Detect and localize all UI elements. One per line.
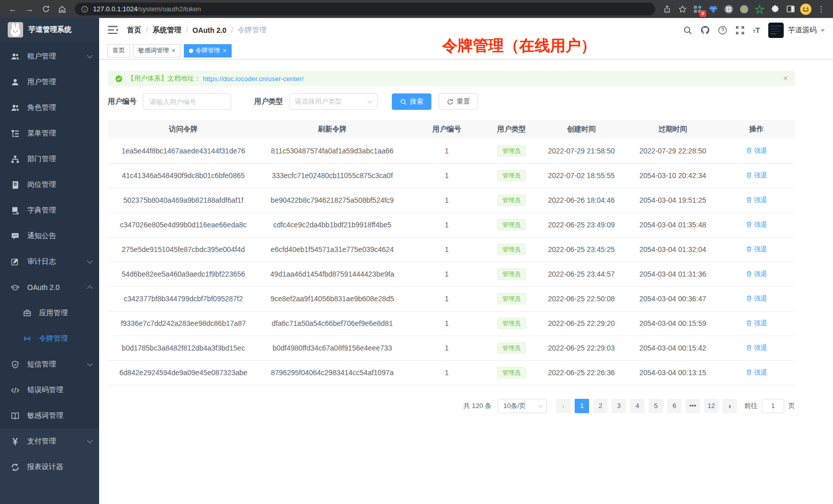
- page-button-2[interactable]: 2: [593, 399, 608, 413]
- sidebar-item-label: 错误码管理: [27, 385, 92, 395]
- reset-button[interactable]: 重置: [439, 93, 478, 110]
- sidebar-item-menu[interactable]: 菜单管理: [0, 121, 99, 146]
- sidebar-item-audit-log[interactable]: 审计日志: [0, 249, 99, 275]
- sidebar-item-dict[interactable]: 字典管理: [0, 198, 99, 223]
- sidebar-item-role[interactable]: 角色管理: [0, 95, 99, 121]
- tab-home[interactable]: 首页: [107, 44, 130, 57]
- site-info-icon[interactable]: [81, 6, 88, 13]
- prev-page-button[interactable]: ‹: [556, 399, 571, 413]
- browser-toolbar: ← → 127.0.0.1:1024 /system/oauth2/token …: [0, 0, 833, 18]
- caret-down-icon: [821, 29, 825, 32]
- next-page-button[interactable]: ›: [723, 399, 737, 413]
- sidebar-item-oauth2-app[interactable]: 应用管理: [0, 300, 99, 326]
- collapse-sidebar-icon[interactable]: [107, 26, 119, 35]
- force-logout-button[interactable]: 强退: [746, 196, 767, 205]
- help-icon[interactable]: [718, 26, 727, 35]
- page-button-6[interactable]: 6: [667, 399, 681, 413]
- address-bar[interactable]: 127.0.0.1:1024 /system/oauth2/token: [75, 3, 655, 15]
- doc-link[interactable]: https://doc.iocoder.cn/user-center/: [203, 75, 304, 83]
- goto-page-input[interactable]: [762, 399, 784, 413]
- user-icon: [11, 78, 20, 87]
- search-button[interactable]: 搜索: [392, 93, 431, 110]
- sidebar-item-user[interactable]: 用户管理: [0, 69, 99, 95]
- sidebar-item-tenant[interactable]: 租户管理: [0, 44, 99, 69]
- extensions-puzzle-button[interactable]: [768, 3, 782, 16]
- browser-home-button[interactable]: [54, 2, 70, 16]
- browser-reload-button[interactable]: [38, 2, 53, 16]
- sidebar-item-oauth2-token[interactable]: 令牌管理: [0, 326, 99, 352]
- sidebar-item-post[interactable]: 岗位管理: [0, 172, 99, 198]
- tab-close-icon[interactable]: ×: [172, 47, 176, 54]
- browser-profile-avatar[interactable]: [799, 3, 812, 16]
- force-logout-button[interactable]: 强退: [746, 343, 767, 353]
- sidebar-item-error-code[interactable]: 错误码管理: [0, 377, 99, 403]
- user-id-input[interactable]: [143, 93, 231, 110]
- tab-sensitive-word[interactable]: 敏感词管理×: [133, 44, 181, 57]
- extension-grid-diamond-icon[interactable]: 9: [691, 3, 705, 16]
- created-at-cell: 2022-06-25 22:29:03: [535, 336, 628, 360]
- force-logout-button[interactable]: 强退: [746, 171, 767, 180]
- sidebar-item-pay[interactable]: 支付管理: [0, 429, 99, 454]
- force-logout-button[interactable]: 强退: [746, 294, 767, 303]
- sidebar-item-sms[interactable]: 短信管理: [0, 352, 99, 377]
- user-type-cell: 管理员: [488, 360, 535, 385]
- sidebar-item-report-designer[interactable]: 报表设计器: [0, 454, 99, 480]
- pay-icon: [11, 437, 20, 446]
- page-button-3[interactable]: 3: [612, 399, 626, 413]
- force-logout-button[interactable]: 强退: [746, 319, 767, 328]
- expires-at-cell: 2054-03-04 01:32:04: [628, 237, 718, 262]
- breadcrumb-item[interactable]: 系统管理: [153, 26, 181, 35]
- user-type-select[interactable]: 请选择用户类型: [289, 93, 377, 110]
- column-header: 用户编号: [406, 120, 488, 139]
- more-pages-button[interactable]: •••: [686, 399, 700, 413]
- force-logout-button[interactable]: 强退: [746, 220, 767, 229]
- github-icon[interactable]: [701, 26, 710, 35]
- table-row: 1ea5e44f8bc1467aaede43144f31de76811c5304…: [108, 139, 795, 163]
- table-row: f9336e7c7dd242a283ee98dc86b17a87dfa6c71a…: [108, 311, 795, 336]
- expires-at-cell: 2054-03-04 01:31:36: [628, 262, 718, 286]
- breadcrumb-item[interactable]: OAuth 2.0: [193, 26, 226, 34]
- extension-green-dot-icon[interactable]: [737, 3, 751, 16]
- breadcrumb-item[interactable]: 首页: [127, 26, 141, 35]
- sidebar-item-oauth2[interactable]: OAuth 2.0: [0, 275, 99, 300]
- page-button-5[interactable]: 5: [649, 399, 663, 413]
- sidebar-item-dept[interactable]: 部门管理: [0, 146, 99, 172]
- force-logout-button[interactable]: 强退: [746, 269, 767, 279]
- page-button-4[interactable]: 4: [630, 399, 645, 413]
- extension-gem-icon[interactable]: [707, 3, 720, 16]
- header-search-icon[interactable]: [683, 26, 692, 35]
- force-logout-button[interactable]: 强退: [746, 368, 767, 377]
- share-button[interactable]: [660, 3, 674, 16]
- fullscreen-icon[interactable]: [735, 26, 745, 35]
- trash-icon: [746, 246, 752, 253]
- force-logout-label: 强退: [754, 343, 767, 353]
- browser-back-button[interactable]: ←: [5, 2, 21, 16]
- user-type-label: 用户类型: [254, 97, 283, 106]
- extension-star-icon[interactable]: [753, 3, 766, 16]
- success-check-icon: [115, 75, 123, 83]
- user-menu[interactable]: 芋道源码: [768, 23, 825, 38]
- font-size-icon[interactable]: тT: [753, 26, 760, 34]
- tab-close-icon[interactable]: ×: [223, 47, 227, 54]
- sidebar-item-sensitive-word[interactable]: 敏感词管理: [0, 403, 99, 429]
- user-type-cell: 管理员: [488, 262, 535, 286]
- sidebar-item-notice[interactable]: 通知公告: [0, 223, 99, 249]
- force-logout-button[interactable]: 强退: [746, 146, 767, 156]
- trash-icon: [746, 147, 752, 154]
- app-logo[interactable]: 芋道管理系统: [0, 18, 99, 42]
- refresh-token-cell: b0df4980ffd34c67a08f9156e4eee733: [259, 336, 406, 360]
- page-button-1[interactable]: 1: [575, 399, 589, 413]
- page-button-12[interactable]: 12: [704, 399, 718, 413]
- tabs-bar: 首页敏感词管理×令牌管理×: [99, 42, 833, 60]
- page-size-select[interactable]: 10条/页: [498, 399, 547, 413]
- force-logout-button[interactable]: 强退: [746, 245, 767, 254]
- browser-menu-button[interactable]: ⋮: [815, 3, 828, 16]
- username: 芋道源码: [788, 26, 817, 35]
- side-panel-button[interactable]: [784, 3, 797, 16]
- bookmark-button[interactable]: [676, 3, 689, 16]
- browser-forward-button[interactable]: →: [22, 2, 37, 16]
- tab-token[interactable]: 令牌管理×: [184, 44, 232, 57]
- created-at-cell: 2022-06-25 23:44:57: [535, 262, 628, 286]
- extension-command-icon[interactable]: [722, 3, 735, 16]
- alert-close-icon[interactable]: ×: [783, 74, 788, 83]
